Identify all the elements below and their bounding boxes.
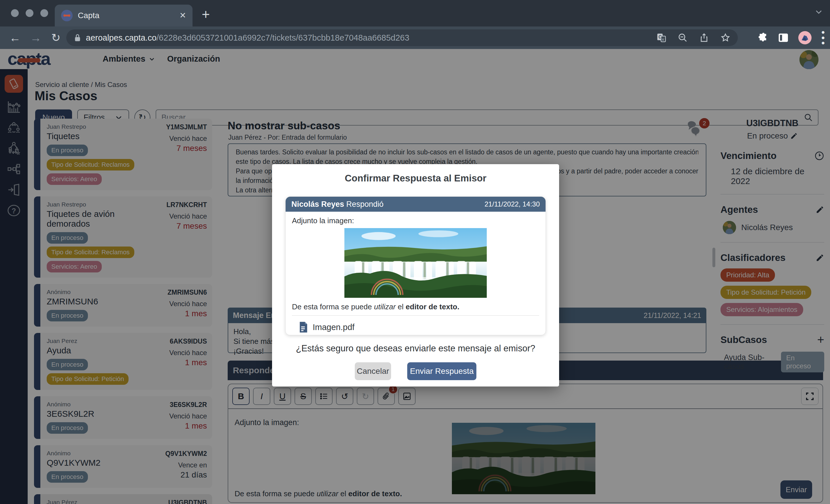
modal-title: Confirmar Respuesta al Emisor [272, 173, 559, 184]
bookmark-star-icon[interactable] [721, 33, 730, 43]
window-controls[interactable] [11, 9, 48, 17]
confirm-question: ¿Estás seguro que deseas enviarle este m… [272, 343, 559, 354]
tab-title: Capta [78, 11, 180, 20]
back-icon[interactable]: ← [9, 31, 21, 44]
extensions-icon[interactable] [758, 33, 768, 43]
close-window-button[interactable] [11, 9, 19, 17]
tab-strip: Capta ✕ + [0, 0, 830, 27]
confirm-reply-modal: Confirmar Respuesta al Emisor Nicolás Re… [272, 164, 559, 387]
browser-toolbar: ← → ↻ aeroalpes.capta.co/6228e3d60537210… [0, 27, 830, 49]
maximize-window-button[interactable] [40, 9, 48, 17]
attachment-row[interactable]: Imagen.pdf [292, 316, 539, 339]
reply-author: Nicolás Reyes Respondió [291, 200, 384, 209]
browser-tab[interactable]: Capta ✕ [55, 5, 193, 27]
reply-timestamp: 21/11/2022, 14:30 [484, 200, 540, 208]
address-bar[interactable]: aeroalpes.capta.co/6228e3d6053721001a699… [66, 29, 738, 46]
reply-text: De esta forma se puede utilizar el edito… [292, 302, 539, 311]
new-tab-button[interactable]: + [202, 6, 210, 22]
browser-profile-avatar[interactable] [798, 31, 811, 44]
pdf-file-icon [299, 322, 308, 333]
reply-attached-image [344, 228, 487, 298]
svg-text:x: x [662, 37, 664, 41]
reload-icon[interactable]: ↻ [51, 31, 61, 44]
send-response-button[interactable]: Enviar Respuesta [407, 362, 476, 380]
browser-chrome: Capta ✕ + ← → ↻ aeroalpes.capta.co/6228e… [0, 0, 830, 49]
reply-text: Adjunto la imagen: [292, 216, 539, 225]
capta-favicon-icon [61, 10, 73, 21]
browser-menu-icon[interactable]: ••• [821, 30, 825, 46]
zoom-out-icon[interactable] [678, 33, 688, 43]
translate-icon[interactable]: Gx [657, 33, 666, 43]
minimize-window-button[interactable] [26, 9, 33, 17]
attachment-filename: Imagen.pdf [313, 323, 354, 332]
tab-close-icon[interactable]: ✕ [180, 11, 186, 20]
cancel-button[interactable]: Cancelar [355, 362, 391, 380]
reply-preview-card: Nicolás Reyes Respondió 21/11/2022, 14:3… [285, 196, 546, 335]
forward-icon[interactable]: → [30, 31, 41, 44]
share-icon[interactable] [699, 33, 709, 43]
lock-icon [74, 33, 81, 42]
url-text: aeroalpes.capta.co/6228e3d6053721001a699… [86, 33, 652, 43]
side-panel-icon[interactable] [778, 33, 789, 42]
tab-search-chevron-icon[interactable] [815, 7, 823, 16]
